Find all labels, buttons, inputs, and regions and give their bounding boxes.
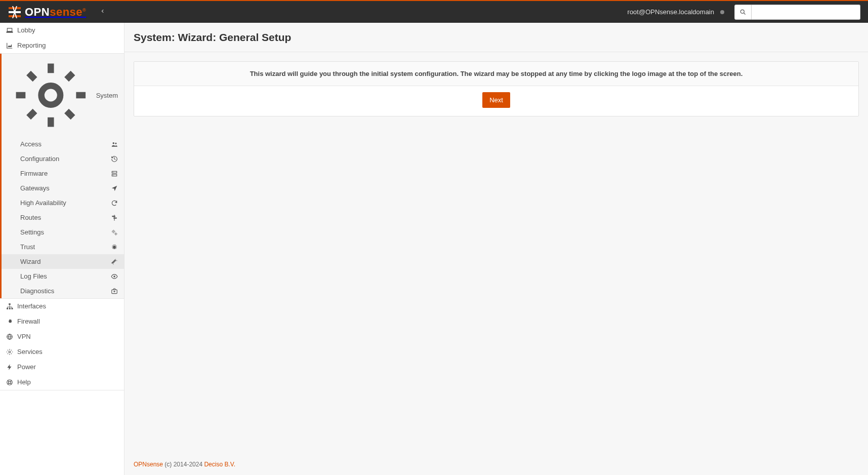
status-indicator-icon[interactable]: [720, 10, 724, 14]
sidebar-sub-label: Trust: [20, 243, 35, 251]
sidebar-item-label: Services: [17, 348, 43, 355]
sidebar-sub-label: High Availability: [20, 199, 66, 207]
refresh-icon: [111, 200, 118, 207]
sidebar-group-system[interactable]: System: [0, 54, 124, 137]
sidebar-sub-gateways[interactable]: Gateways: [0, 181, 124, 195]
gear-icon: [6, 348, 14, 355]
sidebar-sub-configuration[interactable]: Configuration: [0, 151, 124, 166]
sidebar-sub-firmware[interactable]: Firmware: [0, 166, 124, 181]
sidebar-sub-label: Gateways: [20, 184, 50, 192]
logo-link[interactable]: OPNsense®: [8, 6, 86, 19]
sidebar-item-label: Help: [17, 378, 31, 386]
sidebar-sub-label: Diagnostics: [20, 287, 54, 295]
sidebar-item-label: Firewall: [17, 318, 40, 325]
laptop-icon: [6, 27, 14, 34]
sidebar-sub-label: Configuration: [20, 155, 59, 163]
globe-icon: [6, 333, 14, 340]
collapse-sidebar-button[interactable]: [96, 5, 109, 19]
search-input[interactable]: [752, 5, 860, 20]
sidebar-sub-log-files[interactable]: Log Files: [0, 269, 124, 284]
sidebar-item-reporting[interactable]: Reporting: [0, 38, 124, 53]
sidebar-sub-label: Wizard: [20, 258, 40, 265]
svg-rect-21: [9, 7, 21, 9]
users-icon: [111, 141, 118, 148]
sidebar-item-lobby[interactable]: Lobby: [0, 23, 124, 38]
footer: OPNsense (c) 2014-2024 Deciso B.V.: [125, 455, 868, 475]
logo-text: OPNsense®: [25, 6, 86, 19]
footer-copyright: (c) 2014-2024: [163, 461, 204, 468]
sidebar-item-label: VPN: [17, 333, 31, 340]
sidebar-item-vpn[interactable]: VPN: [0, 329, 124, 344]
wizard-intro-text: This wizard will guide you through the i…: [134, 62, 858, 86]
sidebar-item-interfaces[interactable]: Interfaces: [0, 299, 124, 314]
sidebar-item-label: Interfaces: [17, 302, 46, 310]
medkit-icon: [111, 288, 118, 295]
cogs-icon: [111, 229, 118, 236]
sidebar-sub-high-availability[interactable]: High Availability: [0, 195, 124, 210]
sidebar-sub-wizard[interactable]: Wizard: [0, 254, 124, 269]
sidebar-item-label: Power: [17, 363, 36, 371]
server-icon: [111, 170, 118, 177]
sidebar-sub-label: Access: [20, 140, 42, 148]
svg-rect-23: [9, 15, 21, 17]
sidebar-item-services[interactable]: Services: [0, 344, 124, 360]
page-title: System: Wizard: General Setup: [134, 31, 859, 44]
sidebar-sub-diagnostics[interactable]: Diagnostics: [0, 284, 124, 298]
sidebar-sub-trust[interactable]: Trust: [0, 240, 124, 254]
wizard-panel: This wizard will guide you through the i…: [134, 61, 859, 116]
sidebar-group-system-label: System: [96, 92, 118, 99]
certificate-icon: [111, 244, 118, 251]
sidebar-item-firewall[interactable]: Firewall: [0, 314, 124, 329]
sidebar: LobbyReporting System AccessConfiguratio…: [0, 23, 125, 475]
sidebar-sub-routes[interactable]: Routes: [0, 210, 124, 225]
sidebar-sub-settings[interactable]: Settings: [0, 225, 124, 240]
eye-icon: [111, 273, 118, 280]
page-header: System: Wizard: General Setup: [125, 23, 868, 52]
history-icon: [111, 155, 118, 163]
logo-icon: [8, 6, 22, 18]
bolt-icon: [6, 364, 14, 371]
sidebar-sub-label: Settings: [20, 228, 44, 236]
location-arrow-icon: [111, 185, 118, 192]
search-group: [734, 5, 860, 20]
top-navbar: OPNsense® root@OPNsense.localdomain: [0, 0, 868, 23]
sitemap-icon: [6, 303, 14, 310]
fire-icon: [6, 318, 14, 325]
sidebar-item-help[interactable]: Help: [0, 375, 124, 390]
sidebar-item-label: Lobby: [17, 26, 35, 34]
sidebar-sub-label: Routes: [20, 214, 41, 221]
area-chart-icon: [6, 42, 14, 49]
sidebar-sub-label: Log Files: [20, 272, 47, 280]
footer-product-link[interactable]: OPNsense: [134, 461, 163, 468]
magic-icon: [111, 258, 118, 265]
sidebar-item-power[interactable]: Power: [0, 360, 124, 375]
search-button[interactable]: [734, 5, 752, 20]
sidebar-sub-label: Firmware: [20, 170, 48, 177]
user-hostname-label[interactable]: root@OPNsense.localdomain: [628, 8, 714, 16]
life-ring-icon: [6, 379, 14, 386]
main-area: System: Wizard: General Setup This wizar…: [125, 23, 868, 475]
sidebar-sub-access[interactable]: Access: [0, 137, 124, 151]
next-button[interactable]: Next: [482, 92, 510, 108]
footer-company-link[interactable]: Deciso B.V.: [204, 461, 235, 468]
signs-icon: [111, 214, 118, 221]
sidebar-item-label: Reporting: [17, 42, 46, 49]
